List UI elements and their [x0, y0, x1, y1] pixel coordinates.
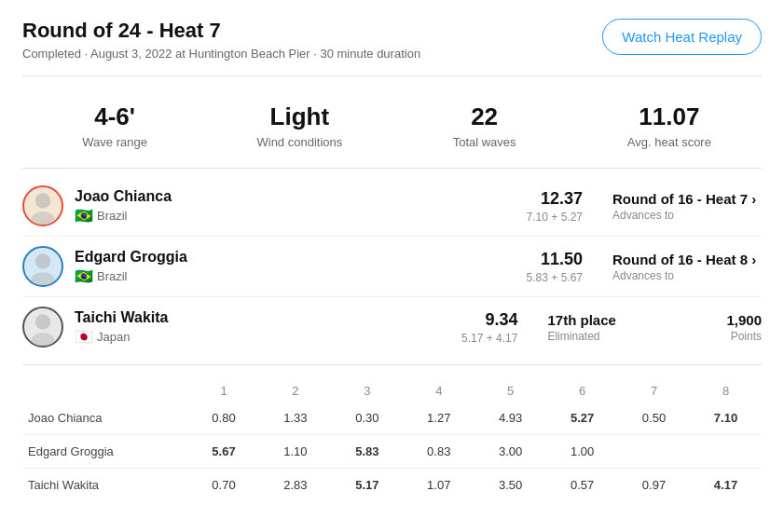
avatar-img-edgard [24, 246, 62, 287]
svg-point-1 [31, 211, 54, 226]
score-col-1: 1 [188, 380, 260, 402]
score-block-edgard: 11.50 5.83 + 5.67 [527, 250, 583, 284]
score-cell-2-7: 4.17 [690, 469, 762, 502]
athlete-info-edgard: Edgard Groggia 🇧🇷 Brazil [75, 249, 527, 285]
title-block: Round of 24 - Heat 7 Completed · August … [22, 19, 420, 61]
score-cell-2-6: 0.97 [618, 469, 690, 502]
athlete-country-joao: 🇧🇷 Brazil [75, 207, 527, 225]
stat-value-wind-conditions: Light [207, 102, 392, 131]
header-section: Round of 24 - Heat 7 Completed · August … [22, 19, 762, 61]
svg-point-3 [31, 272, 54, 287]
athlete-results-taichi: 9.34 5.17 + 4.17 17th place Eliminated 1… [461, 310, 762, 345]
score-cell-0-6: 0.50 [618, 402, 690, 435]
scores-table-section: 12345678Joao Chianca0.801.330.301.274.93… [22, 365, 762, 501]
score-cell-1-6 [618, 435, 690, 469]
stats-row: 4-6' Wave range Light Wind conditions 22… [22, 88, 762, 169]
score-cell-2-3: 1.07 [403, 469, 475, 502]
stat-wave-range: 4-6' Wave range [22, 102, 207, 149]
score-col-7: 7 [618, 380, 690, 402]
score-cell-0-7: 7.10 [690, 402, 762, 435]
score-col-6: 6 [546, 380, 618, 402]
score-row-name-2: Taichi Wakita [22, 469, 188, 502]
country-name-edgard: Brazil [97, 269, 128, 283]
score-cell-2-5: 0.57 [546, 469, 618, 502]
total-score-edgard: 11.50 [527, 250, 583, 269]
stat-wind-conditions: Light Wind conditions [207, 102, 392, 149]
score-row-2: Taichi Wakita0.702.835.171.073.500.570.9… [22, 469, 762, 502]
advancement-block-edgard[interactable]: Round of 16 - Heat 8 › Advances to [612, 252, 762, 282]
svg-point-0 [35, 193, 50, 208]
score-cell-0-5: 5.27 [546, 402, 618, 435]
score-block-joao: 12.37 7.10 + 5.27 [527, 189, 583, 224]
flag-taichi: 🇯🇵 [75, 328, 93, 346]
score-col-2: 2 [259, 380, 331, 402]
avatar-taichi [22, 307, 63, 348]
score-row-name-0: Joao Chianca [22, 402, 188, 435]
athlete-country-edgard: 🇧🇷 Brazil [75, 267, 527, 285]
flag-joao: 🇧🇷 [75, 207, 93, 225]
athlete-name-joao: Joao Chianca [75, 188, 527, 205]
wave-scores-edgard: 5.83 + 5.67 [527, 271, 583, 284]
athlete-info-taichi: Taichi Wakita 🇯🇵 Japan [75, 309, 461, 346]
score-cell-1-5: 1.00 [546, 435, 618, 469]
stat-value-total-waves: 22 [392, 102, 577, 131]
score-block-taichi: 9.34 5.17 + 4.17 [461, 310, 517, 345]
advancement-sub-edgard: Advances to [612, 269, 762, 282]
athlete-row-joao: Joao Chianca 🇧🇷 Brazil 12.37 7.10 + 5.27… [22, 176, 762, 237]
stat-label-wind-conditions: Wind conditions [207, 135, 392, 149]
score-cell-1-4: 3.00 [475, 435, 546, 469]
stat-label-avg-heat-score: Avg. heat score [577, 135, 762, 149]
athlete-country-taichi: 🇯🇵 Japan [75, 328, 461, 346]
score-col-4: 4 [403, 380, 475, 402]
score-cell-1-3: 0.83 [403, 435, 475, 469]
points-value-taichi: 1,900 [726, 312, 762, 328]
athlete-results-joao: 12.37 7.10 + 5.27 Round of 16 - Heat 7 ›… [527, 189, 762, 224]
stat-value-wave-range: 4-6' [22, 102, 207, 131]
score-row-1: Edgard Groggia5.671.105.830.833.001.00 [22, 435, 762, 469]
athlete-results-edgard: 11.50 5.83 + 5.67 Round of 16 - Heat 8 ›… [527, 250, 762, 284]
advancement-block-joao[interactable]: Round of 16 - Heat 7 › Advances to [612, 191, 762, 222]
total-score-taichi: 9.34 [461, 310, 517, 330]
stat-value-avg-heat-score: 11.07 [577, 102, 762, 131]
country-name-taichi: Japan [97, 330, 130, 344]
score-cell-1-1: 1.10 [259, 435, 331, 469]
score-cell-0-1: 1.33 [259, 402, 331, 435]
athlete-info-joao: Joao Chianca 🇧🇷 Brazil [75, 188, 527, 225]
avatar-edgard [22, 246, 63, 287]
score-cell-0-0: 0.80 [188, 402, 260, 435]
advancement-title-edgard: Round of 16 - Heat 8 › [612, 252, 762, 267]
page-title: Round of 24 - Heat 7 [22, 19, 420, 43]
score-col-name [22, 380, 188, 402]
stat-label-wave-range: Wave range [22, 135, 207, 149]
score-row-name-1: Edgard Groggia [22, 435, 188, 469]
score-cell-2-1: 2.83 [259, 469, 331, 502]
stat-label-total-waves: Total waves [392, 135, 577, 149]
points-label-taichi: Points [726, 330, 762, 343]
score-cell-0-4: 4.93 [475, 402, 546, 435]
score-col-3: 3 [331, 380, 403, 402]
header-divider [22, 75, 762, 76]
total-score-joao: 12.37 [527, 189, 583, 209]
score-cell-2-4: 3.50 [475, 469, 546, 502]
stat-avg-heat-score: 11.07 Avg. heat score [577, 102, 762, 149]
wave-scores-taichi: 5.17 + 4.17 [461, 332, 517, 345]
points-block-taichi: 1,900 Points [726, 312, 762, 343]
flag-edgard: 🇧🇷 [75, 267, 93, 285]
score-cell-1-0: 5.67 [188, 435, 260, 469]
athletes-section: Joao Chianca 🇧🇷 Brazil 12.37 7.10 + 5.27… [22, 169, 762, 365]
score-cell-2-0: 0.70 [188, 469, 260, 502]
watch-replay-button[interactable]: Watch Heat Replay [602, 19, 762, 55]
athlete-name-taichi: Taichi Wakita [75, 309, 461, 326]
wave-scores-joao: 7.10 + 5.27 [527, 211, 583, 224]
score-cell-1-7 [690, 435, 762, 469]
athlete-row-taichi: Taichi Wakita 🇯🇵 Japan 9.34 5.17 + 4.17 … [22, 297, 762, 357]
advancement-sub-taichi: Eliminated [547, 330, 696, 343]
score-cell-0-2: 0.30 [331, 402, 403, 435]
score-col-8: 8 [690, 380, 762, 402]
athlete-row-edgard: Edgard Groggia 🇧🇷 Brazil 11.50 5.83 + 5.… [22, 237, 762, 297]
advancement-title-joao: Round of 16 - Heat 7 › [612, 191, 762, 207]
score-row-0: Joao Chianca0.801.330.301.274.935.270.50… [22, 402, 762, 435]
page-subtitle: Completed · August 3, 2022 at Huntington… [22, 47, 420, 61]
avatar-img-joao [24, 185, 62, 226]
svg-point-2 [35, 253, 50, 268]
